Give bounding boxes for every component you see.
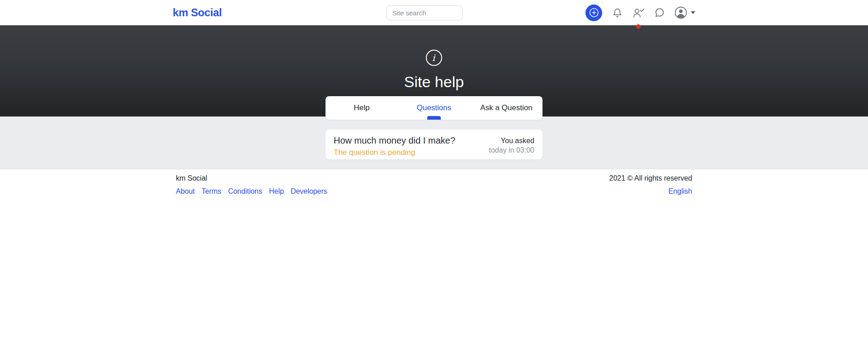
plus-circle-icon [589,8,599,18]
question-text-block: How much money did I make? The question … [334,135,455,159]
footer-link-developers[interactable]: Developers [291,187,327,196]
user-check-icon [632,8,645,18]
active-tab-indicator [427,116,441,120]
question-title: How much money did I make? [334,135,455,146]
info-icon: i [426,50,442,66]
chat-bubble-icon [654,7,665,18]
footer-link-help[interactable]: Help [269,187,284,196]
chevron-down-icon [691,11,695,14]
footer-brand: km Social [176,174,207,182]
question-asker: You asked [489,136,534,146]
footer-links: About Terms Conditions Help Developers [176,187,327,196]
create-button[interactable] [585,5,602,21]
site-logo[interactable]: km Social [173,6,222,19]
search-input[interactable] [386,5,463,20]
tab-ask-a-question[interactable]: Ask a Question [470,96,542,120]
bell-icon [612,8,623,18]
friend-requests-button[interactable] [632,6,645,19]
tab-questions[interactable]: Questions [398,96,470,120]
avatar-icon [675,6,687,19]
language-selector[interactable]: English [669,187,692,196]
footer-link-terms[interactable]: Terms [202,187,222,196]
page-footer: km Social 2021 © All rights reserved Abo… [0,169,868,196]
profile-menu-button[interactable] [675,6,695,19]
question-timestamp: today in 03:00 [489,146,534,155]
footer-link-about[interactable]: About [176,187,195,196]
footer-link-conditions[interactable]: Conditions [228,187,262,196]
top-navbar: km Social [0,0,868,25]
question-list-item[interactable]: How much money did I make? The question … [326,130,542,159]
help-tabs: Help Questions Ask a Question [326,96,542,120]
footer-copyright: 2021 © All rights reserved [609,174,692,182]
question-status: The question is pending [334,148,455,157]
content-section: Help Questions Ask a Question How much m… [0,116,868,169]
notifications-button[interactable] [611,6,623,19]
messages-button[interactable] [653,6,666,19]
navbar-actions [585,0,695,25]
page-title: Site help [404,73,464,91]
question-meta: You asked today in 03:00 [489,135,534,159]
tab-help[interactable]: Help [326,96,398,120]
notification-dot [636,24,641,29]
